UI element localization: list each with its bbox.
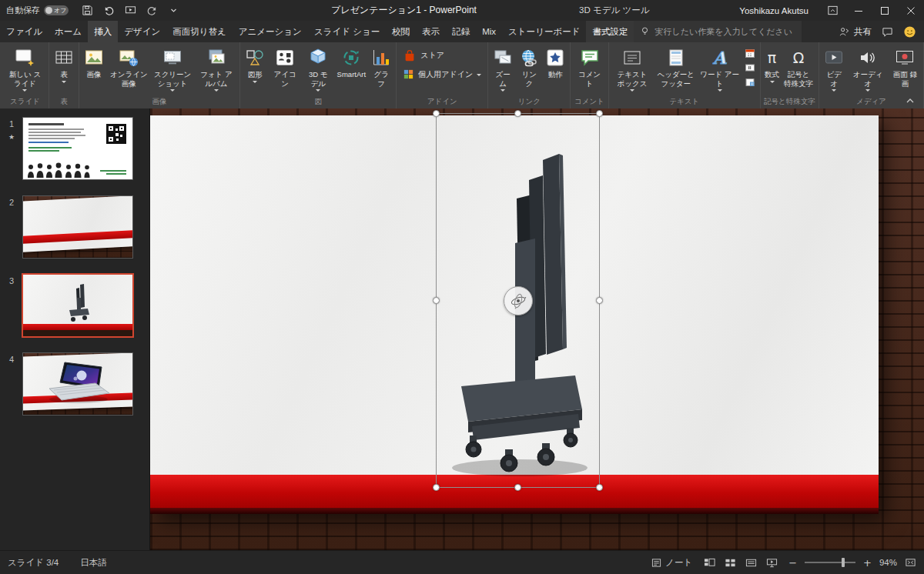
zoom-in-button[interactable]: +: [863, 557, 872, 569]
group-comments: コメント コメント: [571, 42, 608, 108]
my-addins-button[interactable]: 個人用アドイン: [400, 67, 484, 82]
group-label-table: 表: [49, 96, 79, 108]
feedback-smiley-button[interactable]: [903, 25, 916, 38]
tab-review[interactable]: 校閲: [386, 21, 416, 42]
group-links: ズーム リンク 動作 リンク: [488, 42, 571, 108]
slide-sorter-view-button[interactable]: [721, 554, 739, 571]
tab-transitions[interactable]: 画面切り替え: [166, 21, 233, 42]
customize-qat-button[interactable]: [164, 2, 182, 19]
notes-button[interactable]: ノート: [651, 557, 692, 569]
smartart-label: SmartArt: [337, 70, 366, 79]
3d-models-button[interactable]: 3D モ デル: [302, 44, 335, 95]
text-box-label: テキスト ボックス: [613, 70, 652, 88]
start-slideshow-button[interactable]: [121, 2, 139, 19]
zoom-button[interactable]: ズーム: [490, 44, 516, 95]
language-indicator[interactable]: 日本語: [80, 557, 107, 569]
selection-handle-middle-left[interactable]: [433, 297, 440, 304]
selection-handle-bottom-center[interactable]: [514, 484, 521, 491]
object-button[interactable]: [743, 76, 757, 88]
slide-sorter-icon: [725, 557, 736, 569]
title-bar: 自動保存 オフ プレゼンテーション1 - PowerPoint: [0, 0, 924, 21]
link-button[interactable]: リンク: [516, 44, 542, 95]
dropdown-caret-icon: [253, 81, 257, 83]
slideshow-view-button[interactable]: [762, 554, 781, 571]
dropdown-caret-icon: [170, 89, 175, 92]
comments-button[interactable]: [882, 26, 893, 38]
redo-button[interactable]: [142, 2, 161, 19]
action-button[interactable]: 動作: [542, 44, 568, 95]
audio-label: オーディオ: [849, 70, 886, 88]
tab-storyboard[interactable]: ストーリーボード: [502, 21, 586, 42]
my-addins-icon: [403, 68, 414, 80]
tab-recording[interactable]: 記録: [446, 21, 476, 42]
zoom-slider[interactable]: [805, 562, 855, 563]
tab-format-3d-model[interactable]: 書式設定: [586, 21, 634, 42]
normal-view-button[interactable]: [700, 554, 718, 571]
slide-indicator: スライド 3/4: [8, 557, 59, 569]
wordart-button[interactable]: A ワード アート: [698, 44, 742, 95]
video-button[interactable]: ビデオ: [821, 44, 848, 95]
symbol-button[interactable]: Ω 記号と 特殊文字: [782, 44, 815, 95]
date-time-button[interactable]: [743, 47, 757, 59]
slide-editing-canvas[interactable]: [150, 108, 924, 550]
selection-handle-top-right[interactable]: [596, 110, 603, 117]
tab-mix[interactable]: Mix: [476, 21, 502, 42]
chart-button[interactable]: グラフ: [368, 44, 394, 95]
tab-view[interactable]: 表示: [416, 21, 446, 42]
tab-slideshow[interactable]: スライド ショー: [308, 21, 386, 42]
selection-handle-top-center[interactable]: [514, 110, 521, 117]
pictures-button[interactable]: 画像: [81, 44, 107, 95]
slide-thumbnail-1[interactable]: [23, 118, 132, 179]
maximize-button[interactable]: [872, 0, 898, 21]
close-button[interactable]: [898, 0, 924, 21]
slide-thumbnail-4[interactable]: [23, 353, 132, 415]
ribbon-display-options-button[interactable]: [819, 0, 845, 21]
autosave-switch[interactable]: オフ: [44, 5, 69, 15]
zoom-slider-thumb[interactable]: [842, 558, 845, 567]
header-footer-button[interactable]: ヘッダーと フッター: [654, 44, 698, 95]
shapes-button[interactable]: 図形: [242, 44, 268, 95]
user-account[interactable]: Yoshikazu Akutsu: [739, 6, 808, 15]
smartart-button[interactable]: SmartArt: [335, 44, 368, 95]
slide-thumbnail-2[interactable]: [23, 196, 132, 258]
screenshot-button[interactable]: スクリーン ショット: [151, 44, 195, 95]
group-label-symbols: 記号と特殊文字: [761, 96, 819, 108]
undo-button[interactable]: [99, 2, 118, 19]
photo-album-button[interactable]: フォト アルバム: [195, 44, 239, 95]
collapse-ribbon-button[interactable]: [902, 95, 918, 106]
zoom-out-button[interactable]: −: [788, 557, 797, 569]
selection-handle-bottom-right[interactable]: [596, 484, 603, 491]
slide-thumbnail-3-selected[interactable]: [23, 275, 132, 336]
new-slide-button[interactable]: 新しい スライド: [3, 44, 47, 95]
tab-animations[interactable]: アニメーション: [233, 21, 308, 42]
save-button[interactable]: [78, 2, 96, 19]
selection-handle-middle-right[interactable]: [596, 297, 603, 304]
fit-slide-to-window-button[interactable]: [905, 557, 916, 569]
equation-button[interactable]: π 数式: [762, 44, 782, 95]
tab-design[interactable]: デザイン: [118, 21, 166, 42]
share-button[interactable]: 共有: [839, 26, 872, 38]
animation-indicator-icon[interactable]: ★: [8, 133, 15, 141]
autosave-toggle[interactable]: 自動保存 オフ: [6, 5, 69, 16]
zoom-percent[interactable]: 94%: [879, 558, 897, 567]
table-button[interactable]: 表: [51, 44, 77, 95]
tab-insert[interactable]: 挿入: [88, 21, 118, 42]
tell-me-search[interactable]: 実行したい作業を入力してください: [634, 21, 802, 42]
tab-file[interactable]: ファイル: [0, 21, 49, 42]
icons-button[interactable]: アイコン: [268, 44, 302, 95]
screen-recording-button[interactable]: 画面 録画: [889, 44, 922, 95]
text-box-button[interactable]: テキスト ボックス: [611, 44, 654, 95]
slide-number-button[interactable]: [743, 62, 757, 74]
online-pictures-button[interactable]: オンライン 画像: [107, 44, 151, 95]
comment-button[interactable]: コメント: [572, 44, 606, 95]
minimize-button[interactable]: [845, 0, 872, 21]
close-icon: [906, 6, 916, 15]
tab-home[interactable]: ホーム: [49, 21, 88, 42]
selection-handle-top-left[interactable]: [433, 110, 440, 117]
audio-button[interactable]: オーディオ: [847, 44, 888, 95]
3d-rotate-control[interactable]: [504, 286, 533, 315]
store-button[interactable]: ストア: [400, 47, 484, 64]
thumb1-text-line: [28, 132, 81, 133]
reading-view-button[interactable]: [742, 554, 760, 571]
selection-handle-bottom-left[interactable]: [433, 484, 440, 491]
